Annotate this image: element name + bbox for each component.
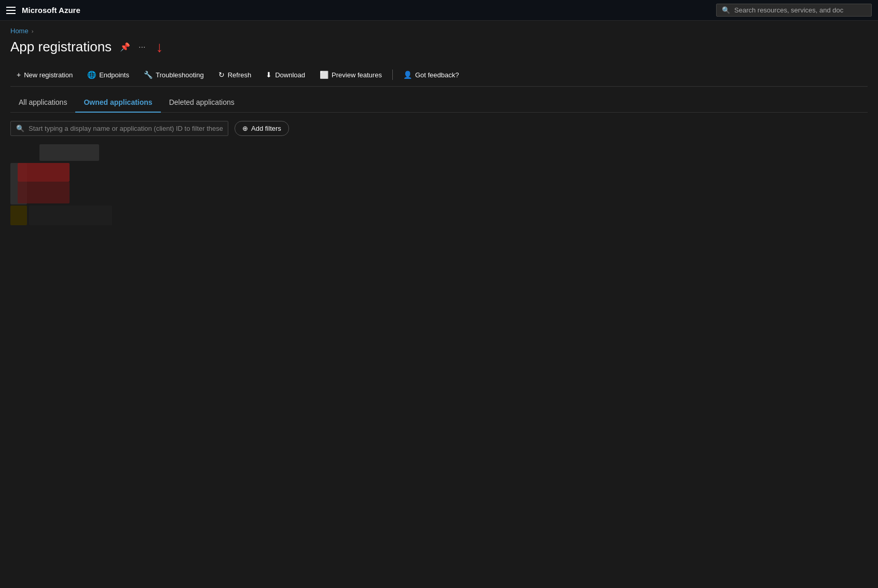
- endpoints-label: Endpoints: [99, 71, 129, 79]
- search-icon: 🔍: [722, 6, 730, 14]
- global-search-placeholder: Search resources, services, and doc: [734, 6, 843, 14]
- new-registration-button[interactable]: + New registration: [10, 67, 79, 82]
- global-search-bar[interactable]: 🔍 Search resources, services, and doc: [716, 4, 872, 17]
- main-content-area: Home › App registrations 📌 ··· ↓ + New r…: [0, 21, 878, 254]
- redacted-block-olive: [10, 206, 27, 225]
- plus-icon: +: [17, 71, 21, 79]
- breadcrumb-separator: ›: [32, 28, 34, 34]
- endpoints-button[interactable]: 🌐 Endpoints: [81, 67, 135, 82]
- refresh-label: Refresh: [228, 71, 252, 79]
- redacted-block-red-bottom: [18, 182, 70, 203]
- toolbar: + New registration 🌐 Endpoints 🔧 Trouble…: [10, 63, 868, 87]
- feedback-icon: 👤: [403, 71, 412, 79]
- troubleshooting-label: Troubleshooting: [156, 71, 204, 79]
- wrench-icon: 🔧: [144, 71, 153, 79]
- add-filters-icon: ⊕: [242, 125, 248, 132]
- download-button[interactable]: ⬇ Download: [259, 67, 311, 82]
- tab-owned-applications[interactable]: Owned applications: [75, 93, 160, 113]
- header-actions: 📌 ···: [118, 40, 147, 54]
- page-title: App registrations: [10, 39, 112, 55]
- new-registration-label: New registration: [24, 71, 73, 79]
- globe-icon: 🌐: [87, 71, 96, 79]
- troubleshooting-button[interactable]: 🔧 Troubleshooting: [138, 67, 210, 82]
- preview-icon: ⬜: [320, 71, 328, 79]
- blurred-content: [10, 144, 140, 248]
- download-label: Download: [275, 71, 305, 79]
- top-navigation-bar: Microsoft Azure 🔍 Search resources, serv…: [0, 0, 878, 21]
- filter-row: 🔍 ⊕ Add filters: [10, 121, 868, 136]
- more-options-icon[interactable]: ···: [136, 40, 147, 54]
- filter-search-input[interactable]: [29, 125, 223, 132]
- breadcrumb-home-link[interactable]: Home: [10, 27, 29, 35]
- download-icon: ⬇: [266, 71, 272, 79]
- filter-search-icon: 🔍: [16, 125, 24, 132]
- tabs-navigation: All applications Owned applications Dele…: [10, 93, 868, 113]
- preview-features-button[interactable]: ⬜ Preview features: [313, 67, 388, 82]
- preview-features-label: Preview features: [332, 71, 382, 79]
- tab-all-applications[interactable]: All applications: [10, 93, 75, 113]
- redacted-block-1: [39, 144, 99, 161]
- tab-deleted-applications[interactable]: Deleted applications: [161, 93, 243, 113]
- breadcrumb: Home ›: [10, 27, 868, 35]
- filter-search-container[interactable]: 🔍: [10, 121, 228, 136]
- refresh-button[interactable]: ↻ Refresh: [212, 67, 258, 82]
- pin-icon[interactable]: 📌: [118, 40, 132, 54]
- refresh-icon: ↻: [218, 71, 225, 79]
- red-arrow-indicator: ↓: [156, 40, 163, 54]
- redacted-block-red-top: [18, 163, 70, 182]
- got-feedback-button[interactable]: 👤 Got feedback?: [397, 67, 465, 82]
- add-filters-label: Add filters: [251, 125, 281, 132]
- brand-name: Microsoft Azure: [22, 6, 710, 15]
- content-area: [10, 144, 868, 248]
- page-header: App registrations 📌 ··· ↓: [10, 39, 868, 55]
- add-filters-button[interactable]: ⊕ Add filters: [235, 121, 289, 136]
- redacted-block-dark: [29, 206, 112, 225]
- hamburger-menu-button[interactable]: [6, 7, 16, 14]
- got-feedback-label: Got feedback?: [415, 71, 459, 79]
- toolbar-separator: [392, 70, 393, 80]
